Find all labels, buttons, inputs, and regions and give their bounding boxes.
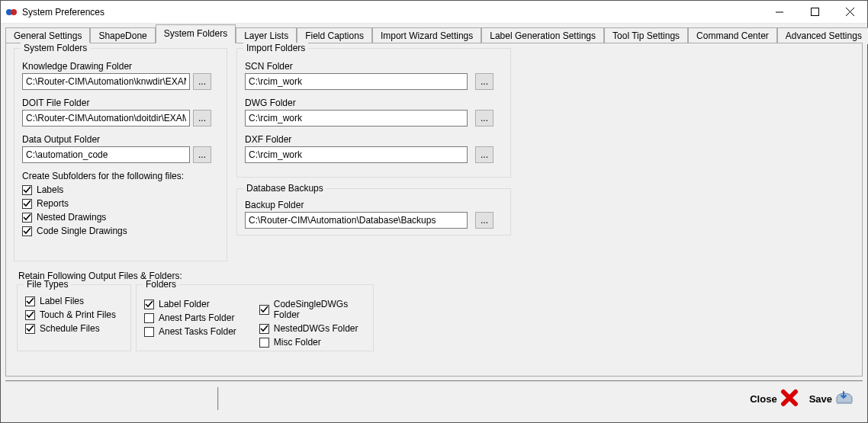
group-system-folders: System Folders Knowledge Drawing Folder … [14, 48, 227, 261]
chk-nesteddwgs-folder[interactable] [259, 324, 269, 334]
chk-code-single-drawings-label: Code Single Drawings [37, 226, 127, 236]
chk-row-code-single-drawings[interactable]: Code Single Drawings [22, 226, 219, 236]
group-system-folders-legend: System Folders [21, 43, 90, 53]
knowledge-folder-label: Knowledge Drawing Folder [22, 61, 219, 72]
chk-label-files-label: Label Files [40, 296, 84, 306]
tab-general-settings[interactable]: General Settings [5, 27, 90, 44]
tab-shapedone[interactable]: ShapeDone [90, 27, 155, 44]
save-button[interactable]: Save [806, 386, 857, 412]
tab-layer-lists[interactable]: Layer Lists [236, 27, 297, 44]
dwg-folder-browse-button[interactable]: ... [475, 110, 493, 127]
chk-label-folder-label: Label Folder [159, 299, 210, 309]
chk-nested-drawings[interactable] [22, 213, 32, 223]
chk-row-nesteddwgs-folder[interactable]: NestedDWGs Folder [259, 323, 365, 334]
group-import-folders: Import Folders SCN Folder ... DWG Folder… [236, 48, 511, 178]
close-icon [780, 389, 799, 409]
tab-panel-system-folders: System Folders Knowledge Drawing Folder … [5, 43, 863, 377]
chk-row-label-folder[interactable]: Label Folder [144, 299, 241, 309]
chk-anest-tasks-folder-label: Anest Tasks Folder [159, 326, 236, 337]
close-button[interactable]: Close [747, 386, 801, 412]
chk-touch-print-files-label: Touch & Print Files [40, 309, 116, 320]
titlebar: System Preferences [1, 1, 867, 24]
doit-folder-browse-button[interactable]: ... [193, 110, 211, 127]
data-output-folder-input[interactable] [22, 146, 190, 163]
backup-folder-label: Backup Folder [245, 200, 503, 210]
save-button-label: Save [809, 393, 832, 405]
chk-row-anest-parts-folder[interactable]: Anest Parts Folder [144, 312, 241, 323]
backup-folder-input[interactable] [245, 212, 468, 229]
dwg-folder-label: DWG Folder [245, 98, 503, 108]
svg-point-1 [11, 9, 17, 15]
group-import-folders-legend: Import Folders [243, 43, 308, 53]
chk-code-single-drawings[interactable] [22, 226, 32, 236]
create-subfolders-label: Create Subfolders for the following file… [22, 171, 219, 181]
bottom-separator [5, 387, 219, 410]
tab-tool-tip-settings[interactable]: Tool Tip Settings [604, 27, 688, 44]
client-area: General Settings ShapeDone System Folder… [1, 24, 867, 422]
chk-row-schedule-files[interactable]: Schedule Files [25, 323, 123, 334]
scn-folder-input[interactable] [245, 73, 468, 90]
chk-reports[interactable] [22, 199, 32, 209]
dxf-folder-browse-button[interactable]: ... [475, 146, 493, 163]
svg-rect-3 [811, 8, 818, 16]
chk-anest-tasks-folder[interactable] [144, 327, 154, 337]
chk-anest-parts-folder-label: Anest Parts Folder [159, 312, 234, 323]
chk-nested-drawings-label: Nested Drawings [37, 212, 106, 223]
chk-codesingledwgs-folder[interactable] [259, 305, 269, 315]
close-button-label: Close [750, 393, 776, 405]
chk-row-nested-drawings[interactable]: Nested Drawings [22, 212, 219, 223]
tab-label-generation-settings[interactable]: Label Generation Settings [481, 27, 604, 44]
chk-row-codesingledwgs-folder[interactable]: CodeSingleDWGs Folder [259, 299, 365, 320]
window-title: System Preferences [22, 7, 104, 18]
chk-nesteddwgs-folder-label: NestedDWGs Folder [274, 323, 358, 334]
data-output-folder-browse-button[interactable]: ... [193, 146, 211, 163]
chk-label-files[interactable] [25, 296, 35, 306]
doit-folder-label: DOIT File Folder [22, 98, 219, 108]
dxf-folder-label: DXF Folder [245, 134, 503, 145]
knowledge-folder-browse-button[interactable]: ... [193, 73, 211, 90]
chk-labels[interactable] [22, 185, 32, 195]
chk-touch-print-files[interactable] [25, 310, 35, 320]
tab-advanced-settings[interactable]: Advanced Settings [777, 27, 868, 44]
bottom-bar: Close Save [5, 380, 863, 415]
group-file-types: File Types Label Files Touch & Print Fil… [17, 284, 131, 351]
chk-labels-label: Labels [37, 184, 63, 195]
chk-row-misc-folder[interactable]: Misc Folder [259, 337, 365, 348]
window-controls [762, 1, 867, 24]
doit-folder-input[interactable] [22, 110, 190, 127]
data-output-folder-label: Data Output Folder [22, 134, 219, 145]
app-icon [5, 6, 18, 18]
chk-reports-label: Reports [37, 198, 69, 209]
tab-import-wizard-settings[interactable]: Import Wizard Settings [372, 27, 481, 44]
chk-row-label-files[interactable]: Label Files [25, 296, 123, 306]
knowledge-folder-input[interactable] [22, 73, 190, 90]
scn-folder-browse-button[interactable]: ... [475, 73, 493, 90]
svg-rect-6 [837, 402, 852, 404]
chk-row-labels[interactable]: Labels [22, 184, 219, 195]
chk-anest-parts-folder[interactable] [144, 313, 154, 323]
tab-command-center[interactable]: Command Center [688, 27, 777, 44]
group-folders-legend: Folders [143, 279, 179, 290]
chk-row-reports[interactable]: Reports [22, 198, 219, 209]
tab-system-folders[interactable]: System Folders [156, 24, 236, 43]
group-database-backups-legend: Database Backups [243, 183, 326, 194]
group-folders: Folders Label Folder Anest Parts Folder [136, 284, 374, 351]
dwg-folder-input[interactable] [245, 110, 468, 127]
scn-folder-label: SCN Folder [245, 61, 503, 72]
tab-field-captions[interactable]: Field Captions [297, 27, 372, 44]
group-file-types-legend: File Types [24, 279, 71, 290]
dxf-folder-input[interactable] [245, 146, 468, 163]
maximize-button[interactable] [797, 1, 832, 24]
backup-folder-browse-button[interactable]: ... [475, 212, 493, 229]
chk-codesingledwgs-folder-label: CodeSingleDWGs Folder [274, 299, 365, 320]
chk-misc-folder[interactable] [259, 338, 269, 348]
tab-strip: General Settings ShapeDone System Folder… [5, 27, 863, 43]
minimize-button[interactable] [762, 1, 797, 24]
close-window-button[interactable] [832, 1, 867, 24]
save-icon [835, 389, 854, 409]
chk-row-anest-tasks-folder[interactable]: Anest Tasks Folder [144, 326, 241, 337]
chk-schedule-files[interactable] [25, 324, 35, 334]
window: System Preferences General Settings Shap… [0, 0, 868, 423]
chk-row-touch-print-files[interactable]: Touch & Print Files [25, 309, 123, 320]
chk-label-folder[interactable] [144, 300, 154, 309]
